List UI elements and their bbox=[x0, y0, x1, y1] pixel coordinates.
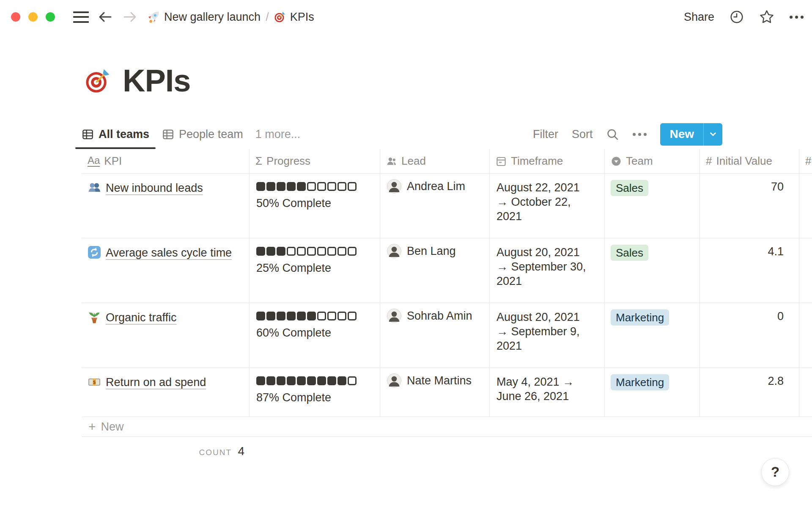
money-icon: $ bbox=[88, 375, 101, 389]
table-view-icon bbox=[82, 128, 94, 141]
progress-square bbox=[317, 376, 326, 385]
arrow-left-icon bbox=[98, 10, 113, 24]
column-header-team[interactable]: Team bbox=[605, 149, 700, 173]
initial-value-cell[interactable]: 0 bbox=[700, 303, 799, 367]
timeframe-cell[interactable]: August 22, 2021 → October 22, 2021 bbox=[490, 174, 605, 238]
sort-button[interactable]: Sort bbox=[572, 128, 593, 141]
view-tab-label: All teams bbox=[99, 128, 149, 141]
search-button[interactable] bbox=[606, 128, 619, 141]
window-titlebar: New gallery launch / KPIs Share bbox=[0, 0, 812, 34]
progress-square bbox=[266, 182, 275, 191]
timeframe-cell[interactable]: August 20, 2021 → September 9, 2021 bbox=[490, 303, 605, 367]
progress-square bbox=[287, 182, 296, 191]
column-header-timeframe[interactable]: Timeframe bbox=[490, 149, 605, 173]
progress-square bbox=[266, 312, 275, 320]
new-button[interactable]: New bbox=[660, 123, 703, 146]
kpi-page-link[interactable]: Average sales cycle time bbox=[106, 245, 232, 260]
column-header-progress[interactable]: Σ Progress bbox=[250, 149, 380, 173]
kpi-title-cell[interactable]: Organic traffic bbox=[82, 303, 250, 367]
table-row: Average sales cycle time 25% Complete Be… bbox=[82, 238, 812, 303]
avatar bbox=[387, 179, 401, 193]
lead-cell[interactable]: Sohrab Amin bbox=[380, 303, 490, 367]
timeframe-cell[interactable]: May 4, 2021 → June 26, 2021 bbox=[490, 368, 605, 417]
forward-button[interactable] bbox=[122, 9, 138, 25]
team-cell[interactable]: Marketing bbox=[605, 368, 700, 417]
team-cell[interactable]: Sales bbox=[605, 238, 700, 303]
filter-button[interactable]: Filter bbox=[533, 128, 558, 141]
column-header-initial-value[interactable]: # Initial Value bbox=[700, 149, 799, 173]
progress-square bbox=[337, 247, 346, 256]
progress-square bbox=[307, 376, 316, 385]
page-more-button[interactable] bbox=[790, 16, 804, 19]
arrow-right-icon bbox=[122, 10, 137, 24]
column-header-clipped[interactable]: # bbox=[799, 149, 812, 173]
window-close-button[interactable] bbox=[11, 12, 20, 22]
progress-square bbox=[277, 376, 285, 385]
chevron-down-icon bbox=[708, 130, 718, 139]
avatar bbox=[387, 244, 401, 258]
progress-square bbox=[337, 182, 346, 191]
progress-square bbox=[307, 182, 316, 191]
team-tag: Sales bbox=[611, 180, 648, 196]
view-options-button[interactable] bbox=[633, 133, 647, 136]
progress-cell[interactable]: 25% Complete bbox=[250, 238, 380, 303]
progress-label: 25% Complete bbox=[256, 262, 380, 275]
progress-cell[interactable]: 60% Complete bbox=[250, 303, 380, 367]
progress-bar bbox=[256, 312, 380, 320]
new-dropdown-button[interactable] bbox=[704, 123, 722, 146]
initial-value-cell[interactable]: 4.1 bbox=[700, 238, 799, 303]
back-button[interactable] bbox=[97, 9, 113, 25]
window-zoom-button[interactable] bbox=[46, 12, 55, 22]
breadcrumb-item-root[interactable]: New gallery launch bbox=[144, 9, 264, 25]
window-minimize-button[interactable] bbox=[28, 12, 38, 22]
help-question-mark: ? bbox=[771, 464, 779, 480]
progress-square bbox=[256, 376, 265, 385]
search-icon bbox=[606, 128, 619, 141]
page-icon-target[interactable] bbox=[85, 68, 111, 94]
progress-square bbox=[327, 376, 336, 385]
count-value: 4 bbox=[238, 444, 244, 458]
favorite-star-button[interactable] bbox=[759, 9, 774, 25]
column-header-lead[interactable]: Lead bbox=[380, 149, 490, 173]
progress-square bbox=[337, 312, 346, 320]
share-button[interactable]: Share bbox=[684, 11, 714, 24]
kpi-page-link[interactable]: Return on ad spend bbox=[106, 375, 206, 390]
star-icon bbox=[759, 9, 774, 25]
count-calculation[interactable]: COUNT 4 bbox=[82, 437, 250, 458]
help-button[interactable]: ? bbox=[761, 458, 789, 486]
progress-cell[interactable]: 50% Complete bbox=[250, 174, 380, 238]
initial-value-cell[interactable]: 2.8 bbox=[700, 368, 799, 417]
add-row-button[interactable]: + New bbox=[82, 417, 812, 437]
lead-cell[interactable]: Ben Lang bbox=[380, 238, 490, 303]
lead-cell[interactable]: Andrea Lim bbox=[380, 174, 490, 238]
kpi-title-cell[interactable]: $ Return on ad spend bbox=[82, 368, 250, 417]
lead-name: Ben Lang bbox=[407, 245, 456, 258]
sidebar-menu-icon[interactable] bbox=[73, 11, 89, 23]
kpi-title-cell[interactable]: Average sales cycle time bbox=[82, 238, 250, 303]
progress-label: 60% Complete bbox=[256, 326, 380, 340]
kpi-page-link[interactable]: Organic traffic bbox=[106, 310, 177, 325]
view-tab-all-teams[interactable]: All teams bbox=[75, 119, 156, 149]
breadcrumb-item-current[interactable]: KPIs bbox=[271, 9, 318, 25]
table-header-row: Aa KPI Σ Progress Lead Timeframe Team # … bbox=[82, 149, 812, 174]
progress-label: 87% Complete bbox=[256, 391, 380, 404]
timeframe-cell[interactable]: August 20, 2021 → September 30, 2021 bbox=[490, 238, 605, 303]
page-title: KPIs bbox=[123, 63, 191, 99]
breadcrumb-current-label: KPIs bbox=[290, 11, 314, 24]
number-property-icon: # bbox=[706, 155, 712, 168]
team-cell[interactable]: Marketing bbox=[605, 303, 700, 367]
progress-square bbox=[266, 247, 275, 256]
view-tab-people-team[interactable]: People team bbox=[156, 119, 250, 149]
team-cell[interactable]: Sales bbox=[605, 174, 700, 238]
updates-clock-button[interactable] bbox=[730, 10, 744, 24]
lead-cell[interactable]: Nate Martins bbox=[380, 368, 490, 417]
clipped-cell bbox=[799, 303, 812, 367]
kpi-page-link[interactable]: New inbound leads bbox=[106, 180, 203, 196]
progress-square bbox=[348, 376, 357, 385]
progress-cell[interactable]: 87% Complete bbox=[250, 368, 380, 417]
initial-value-cell[interactable]: 70 bbox=[700, 174, 799, 238]
column-header-kpi[interactable]: Aa KPI bbox=[82, 149, 250, 173]
more-views-button[interactable]: 1 more... bbox=[250, 128, 307, 141]
kpi-title-cell[interactable]: New inbound leads bbox=[82, 174, 250, 238]
count-label: COUNT bbox=[199, 448, 232, 457]
